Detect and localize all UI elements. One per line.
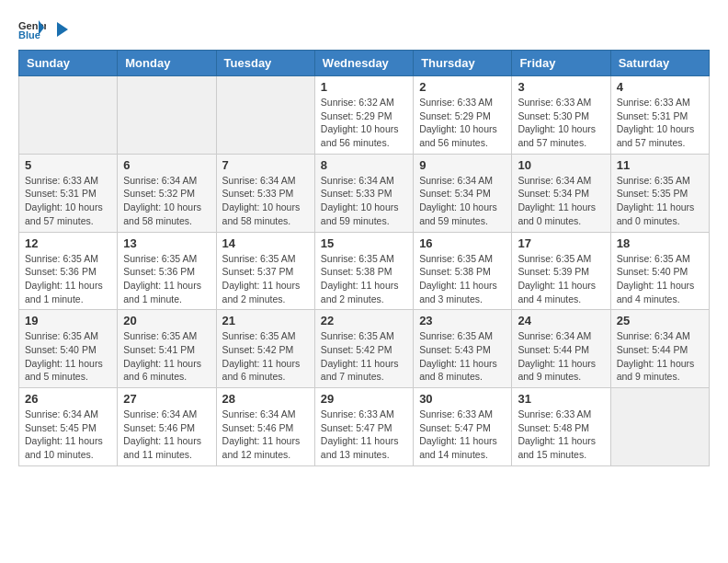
day-number: 31	[518, 392, 604, 406]
day-info: Sunrise: 6:34 AM Sunset: 5:44 PM Dayligh…	[617, 329, 703, 384]
day-number: 23	[419, 314, 506, 327]
day-info: Sunrise: 6:35 AM Sunset: 5:41 PM Dayligh…	[123, 329, 210, 384]
calendar-day-17: 17Sunrise: 6:35 AM Sunset: 5:39 PM Dayli…	[512, 232, 610, 310]
calendar-week-row: 12Sunrise: 6:35 AM Sunset: 5:36 PM Dayli…	[19, 232, 710, 310]
day-number: 18	[617, 236, 703, 250]
day-info: Sunrise: 6:35 AM Sunset: 5:40 PM Dayligh…	[617, 252, 703, 306]
calendar-week-row: 5Sunrise: 6:33 AM Sunset: 5:31 PM Daylig…	[19, 154, 710, 232]
calendar-day-7: 7Sunrise: 6:34 AM Sunset: 5:33 PM Daylig…	[216, 154, 314, 232]
day-number: 1	[321, 80, 407, 94]
svg-text:Blue: Blue	[18, 29, 40, 40]
calendar-day-empty	[610, 388, 709, 466]
calendar-day-21: 21Sunrise: 6:35 AM Sunset: 5:42 PM Dayli…	[216, 310, 314, 388]
calendar-day-8: 8Sunrise: 6:34 AM Sunset: 5:33 PM Daylig…	[314, 154, 413, 232]
calendar-day-11: 11Sunrise: 6:35 AM Sunset: 5:35 PM Dayli…	[610, 154, 709, 232]
day-info: Sunrise: 6:35 AM Sunset: 5:42 PM Dayligh…	[222, 329, 309, 384]
calendar-day-6: 6Sunrise: 6:34 AM Sunset: 5:32 PM Daylig…	[118, 154, 216, 232]
calendar-table: SundayMondayTuesdayWednesdayThursdayFrid…	[18, 50, 710, 466]
day-info: Sunrise: 6:33 AM Sunset: 5:47 PM Dayligh…	[419, 408, 506, 462]
calendar-week-row: 1Sunrise: 6:32 AM Sunset: 5:29 PM Daylig…	[19, 76, 710, 155]
day-number: 3	[518, 80, 604, 94]
calendar-day-12: 12Sunrise: 6:35 AM Sunset: 5:36 PM Dayli…	[19, 232, 118, 310]
day-number: 16	[419, 236, 506, 250]
day-number: 22	[321, 314, 407, 327]
day-info: Sunrise: 6:35 AM Sunset: 5:36 PM Dayligh…	[123, 252, 210, 306]
weekday-header-friday: Friday	[512, 51, 610, 76]
day-info: Sunrise: 6:35 AM Sunset: 5:40 PM Dayligh…	[25, 329, 111, 384]
calendar-day-13: 13Sunrise: 6:35 AM Sunset: 5:36 PM Dayli…	[118, 232, 216, 310]
weekday-header-thursday: Thursday	[414, 51, 512, 76]
day-number: 4	[617, 80, 703, 94]
calendar-day-30: 30Sunrise: 6:33 AM Sunset: 5:47 PM Dayli…	[414, 388, 512, 466]
day-number: 7	[222, 158, 309, 172]
day-info: Sunrise: 6:33 AM Sunset: 5:31 PM Dayligh…	[617, 96, 703, 150]
calendar-day-20: 20Sunrise: 6:35 AM Sunset: 5:41 PM Dayli…	[118, 310, 216, 388]
day-number: 6	[123, 158, 210, 172]
weekday-header-sunday: Sunday	[19, 51, 118, 76]
day-info: Sunrise: 6:35 AM Sunset: 5:38 PM Dayligh…	[321, 252, 407, 306]
day-info: Sunrise: 6:34 AM Sunset: 5:33 PM Dayligh…	[222, 174, 309, 228]
calendar-day-empty	[19, 76, 118, 155]
day-info: Sunrise: 6:35 AM Sunset: 5:43 PM Dayligh…	[419, 329, 506, 384]
page-header: General Blue	[18, 18, 710, 40]
calendar-day-9: 9Sunrise: 6:34 AM Sunset: 5:34 PM Daylig…	[414, 154, 512, 232]
calendar-day-empty	[216, 76, 314, 155]
calendar-day-24: 24Sunrise: 6:34 AM Sunset: 5:44 PM Dayli…	[512, 310, 610, 388]
day-number: 5	[25, 158, 111, 172]
day-info: Sunrise: 6:35 AM Sunset: 5:38 PM Dayligh…	[419, 252, 506, 306]
day-number: 20	[123, 314, 210, 327]
day-info: Sunrise: 6:34 AM Sunset: 5:34 PM Dayligh…	[419, 174, 506, 228]
calendar-day-25: 25Sunrise: 6:34 AM Sunset: 5:44 PM Dayli…	[610, 310, 709, 388]
day-number: 11	[617, 158, 703, 172]
day-number: 8	[321, 158, 407, 172]
day-info: Sunrise: 6:33 AM Sunset: 5:48 PM Dayligh…	[518, 408, 604, 462]
day-info: Sunrise: 6:34 AM Sunset: 5:46 PM Dayligh…	[123, 408, 210, 462]
day-number: 29	[321, 392, 407, 406]
calendar-day-10: 10Sunrise: 6:34 AM Sunset: 5:34 PM Dayli…	[512, 154, 610, 232]
calendar-day-26: 26Sunrise: 6:34 AM Sunset: 5:45 PM Dayli…	[19, 388, 118, 466]
day-number: 2	[419, 80, 506, 94]
day-info: Sunrise: 6:35 AM Sunset: 5:39 PM Dayligh…	[518, 252, 604, 306]
day-number: 24	[518, 314, 604, 327]
logo: General Blue	[18, 18, 72, 40]
day-number: 14	[222, 236, 309, 250]
day-number: 19	[25, 314, 111, 327]
day-number: 26	[25, 392, 111, 406]
day-info: Sunrise: 6:33 AM Sunset: 5:31 PM Dayligh…	[25, 174, 111, 228]
logo-arrow-icon	[53, 20, 72, 39]
day-number: 25	[617, 314, 703, 327]
day-info: Sunrise: 6:32 AM Sunset: 5:29 PM Dayligh…	[321, 96, 407, 150]
calendar-day-5: 5Sunrise: 6:33 AM Sunset: 5:31 PM Daylig…	[19, 154, 118, 232]
day-info: Sunrise: 6:33 AM Sunset: 5:47 PM Dayligh…	[321, 408, 407, 462]
calendar-day-23: 23Sunrise: 6:35 AM Sunset: 5:43 PM Dayli…	[414, 310, 512, 388]
calendar-day-29: 29Sunrise: 6:33 AM Sunset: 5:47 PM Dayli…	[314, 388, 413, 466]
day-number: 12	[25, 236, 111, 250]
weekday-header-saturday: Saturday	[610, 51, 709, 76]
day-number: 28	[222, 392, 309, 406]
day-info: Sunrise: 6:34 AM Sunset: 5:45 PM Dayligh…	[25, 408, 111, 462]
calendar-day-14: 14Sunrise: 6:35 AM Sunset: 5:37 PM Dayli…	[216, 232, 314, 310]
day-info: Sunrise: 6:34 AM Sunset: 5:34 PM Dayligh…	[518, 174, 604, 228]
calendar-day-31: 31Sunrise: 6:33 AM Sunset: 5:48 PM Dayli…	[512, 388, 610, 466]
calendar-day-empty	[118, 76, 216, 155]
day-number: 10	[518, 158, 604, 172]
day-number: 9	[419, 158, 506, 172]
day-info: Sunrise: 6:34 AM Sunset: 5:32 PM Dayligh…	[123, 174, 210, 228]
weekday-header-monday: Monday	[118, 51, 216, 76]
day-info: Sunrise: 6:34 AM Sunset: 5:46 PM Dayligh…	[222, 408, 309, 462]
calendar-day-3: 3Sunrise: 6:33 AM Sunset: 5:30 PM Daylig…	[512, 76, 610, 155]
svg-marker-3	[57, 22, 68, 37]
day-info: Sunrise: 6:34 AM Sunset: 5:44 PM Dayligh…	[518, 329, 604, 384]
weekday-header-tuesday: Tuesday	[216, 51, 314, 76]
day-info: Sunrise: 6:35 AM Sunset: 5:37 PM Dayligh…	[222, 252, 309, 306]
weekday-header-row: SundayMondayTuesdayWednesdayThursdayFrid…	[19, 51, 710, 76]
calendar-day-1: 1Sunrise: 6:32 AM Sunset: 5:29 PM Daylig…	[314, 76, 413, 155]
calendar-week-row: 26Sunrise: 6:34 AM Sunset: 5:45 PM Dayli…	[19, 388, 710, 466]
calendar-day-22: 22Sunrise: 6:35 AM Sunset: 5:42 PM Dayli…	[314, 310, 413, 388]
calendar-day-28: 28Sunrise: 6:34 AM Sunset: 5:46 PM Dayli…	[216, 388, 314, 466]
calendar-week-row: 19Sunrise: 6:35 AM Sunset: 5:40 PM Dayli…	[19, 310, 710, 388]
calendar-day-15: 15Sunrise: 6:35 AM Sunset: 5:38 PM Dayli…	[314, 232, 413, 310]
day-number: 13	[123, 236, 210, 250]
day-number: 30	[419, 392, 506, 406]
day-info: Sunrise: 6:34 AM Sunset: 5:33 PM Dayligh…	[321, 174, 407, 228]
